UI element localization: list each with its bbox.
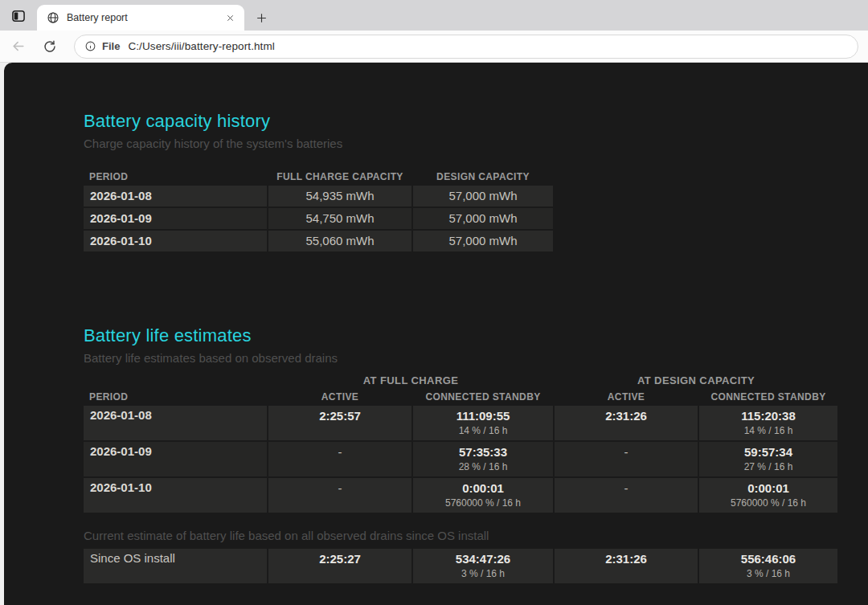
globe-icon	[47, 11, 59, 24]
active-cell: -	[268, 442, 411, 476]
period-cell: 2026-01-10	[84, 478, 267, 513]
column-header-active: ACTIVE	[268, 391, 411, 403]
reload-icon	[43, 39, 57, 54]
os-install-table: Since OS install 2:25:27 534:47:263 % / …	[84, 549, 837, 583]
back-button[interactable]	[6, 35, 29, 58]
full-charge-cell: 54,935 mWh	[268, 186, 411, 206]
capacity-table: PERIOD FULL CHARGE CAPACITY DESIGN CAPAC…	[84, 171, 555, 251]
table-row: 2026-01-09 - 57:35:3328 % / 16 h - 59:57…	[84, 442, 837, 476]
capacity-section-title: Battery capacity history	[84, 111, 868, 132]
active-cell: -	[555, 478, 698, 513]
period-cell: 2026-01-08	[84, 186, 267, 206]
column-header-period: PERIOD	[84, 391, 267, 403]
table-row: Since OS install 2:25:27 534:47:263 % / …	[84, 549, 837, 583]
standby-cell: 556:46:063 % / 16 h	[699, 549, 837, 583]
info-icon[interactable]	[84, 40, 96, 52]
active-cell: 2:25:27	[268, 549, 411, 583]
estimates-table: AT FULL CHARGE AT DESIGN CAPACITY PERIOD…	[84, 374, 837, 513]
period-cell: Since OS install	[84, 549, 267, 583]
reload-button[interactable]	[39, 35, 61, 58]
address-bar[interactable]: File C:/Users/iii/battery-report.html	[74, 35, 858, 59]
address-scheme-label: File	[102, 40, 120, 52]
table-row: 2026-01-08 54,935 mWh 57,000 mWh	[84, 186, 555, 206]
full-charge-cell: 54,750 mWh	[268, 208, 411, 229]
active-cell: 2:25:57	[268, 406, 411, 440]
full-charge-cell: 55,060 mWh	[268, 231, 411, 251]
period-cell: 2026-01-09	[84, 442, 267, 476]
tab-battery-report[interactable]: Battery report	[37, 5, 244, 31]
browser-toolbar: File C:/Users/iii/battery-report.html	[0, 31, 868, 63]
capacity-table-header: PERIOD FULL CHARGE CAPACITY DESIGN CAPAC…	[84, 171, 555, 182]
table-row: 2026-01-08 2:25:57 111:09:5514 % / 16 h …	[84, 406, 837, 440]
standby-cell: 59:57:3427 % / 16 h	[699, 442, 837, 476]
estimates-section-subtitle: Battery life estimates based on observed…	[84, 351, 868, 365]
column-header-full-charge: FULL CHARGE CAPACITY	[268, 171, 411, 182]
column-header-connected-standby: CONNECTED STANDBY	[699, 391, 837, 403]
new-tab-button[interactable]	[251, 7, 272, 28]
standby-cell: 534:47:263 % / 16 h	[413, 549, 553, 583]
group-header-full-charge: AT FULL CHARGE	[268, 374, 553, 386]
capacity-section-subtitle: Charge capacity history of the system's …	[84, 137, 868, 150]
estimates-section-title: Battery life estimates	[84, 325, 868, 346]
tab-actions-button[interactable]	[8, 6, 29, 27]
active-cell: 2:31:26	[555, 406, 698, 440]
design-capacity-cell: 57,000 mWh	[413, 186, 553, 206]
group-header-design-capacity: AT DESIGN CAPACITY	[555, 374, 837, 386]
active-cell: -	[555, 442, 698, 476]
estimates-group-header: AT FULL CHARGE AT DESIGN CAPACITY	[84, 374, 837, 386]
period-cell: 2026-01-09	[84, 208, 267, 229]
column-header-active: ACTIVE	[555, 391, 698, 403]
column-header-design: DESIGN CAPACITY	[413, 171, 553, 182]
battery-report-page: Battery capacity history Charge capacity…	[4, 63, 868, 605]
design-capacity-cell: 57,000 mWh	[413, 231, 553, 251]
standby-cell: 0:00:015760000 % / 16 h	[413, 478, 553, 513]
active-cell: -	[268, 478, 411, 513]
column-header-period: PERIOD	[84, 171, 267, 182]
standby-cell: 115:20:3814 % / 16 h	[699, 406, 837, 440]
tab-layout-icon	[10, 8, 27, 24]
column-header-connected-standby: CONNECTED STANDBY	[413, 391, 553, 403]
standby-cell: 111:09:5514 % / 16 h	[413, 406, 553, 440]
estimates-table-header: PERIOD ACTIVE CONNECTED STANDBY ACTIVE C…	[84, 391, 837, 403]
table-row: 2026-01-09 54,750 mWh 57,000 mWh	[84, 208, 555, 229]
tab-title: Battery report	[67, 12, 222, 23]
os-install-note: Current estimate of battery life based o…	[84, 529, 868, 542]
active-cell: 2:31:26	[555, 549, 698, 583]
table-row: 2026-01-10 55,060 mWh 57,000 mWh	[84, 231, 555, 251]
standby-cell: 57:35:3328 % / 16 h	[413, 442, 553, 476]
period-cell: 2026-01-10	[84, 231, 267, 251]
table-row: 2026-01-10 - 0:00:015760000 % / 16 h - 0…	[84, 478, 837, 513]
tab-strip: Battery report	[0, 0, 868, 31]
address-url: C:/Users/iii/battery-report.html	[128, 40, 275, 52]
standby-cell: 0:00:015760000 % / 16 h	[699, 478, 837, 513]
web-content-area: Battery capacity history Charge capacity…	[0, 63, 868, 605]
period-cell: 2026-01-08	[84, 406, 267, 440]
browser-window: Battery report	[0, 0, 868, 605]
design-capacity-cell: 57,000 mWh	[413, 208, 553, 229]
tab-close-icon[interactable]	[222, 10, 238, 26]
back-arrow-icon	[10, 39, 26, 54]
plus-icon	[256, 12, 268, 24]
